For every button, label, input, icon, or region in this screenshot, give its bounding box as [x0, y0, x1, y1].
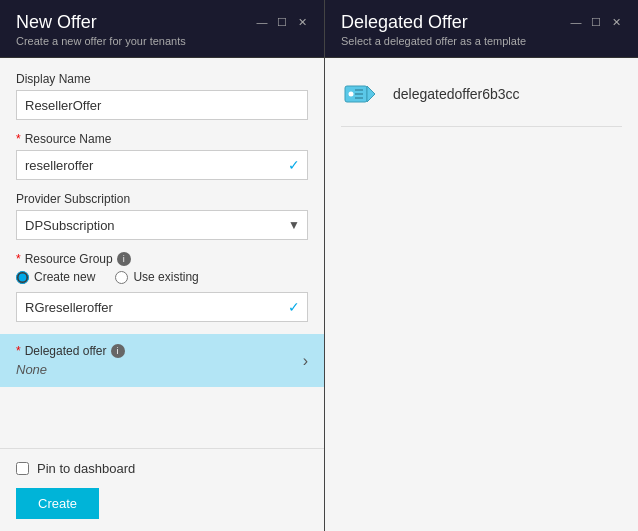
provider-subscription-select[interactable]: DPSubscription: [16, 210, 308, 240]
delegated-offer-content: * Delegated offer i None: [16, 344, 125, 377]
pin-to-dashboard-row: Pin to dashboard: [16, 461, 308, 476]
delegated-offer-label: * Delegated offer i: [16, 344, 125, 358]
offer-tag-svg: [343, 76, 379, 112]
left-panel-title-row: New Offer — ☐ ✕: [16, 12, 308, 33]
right-panel-title-row: Delegated Offer — ☐ ✕: [341, 12, 622, 33]
right-panel-header: Delegated Offer — ☐ ✕ Select a delegated…: [325, 0, 638, 58]
delegated-offer-required: *: [16, 344, 21, 358]
right-panel-body: delegatedoffer6b3cc: [325, 58, 638, 531]
provider-subscription-label: Provider Subscription: [16, 192, 308, 206]
svg-marker-1: [367, 86, 375, 102]
display-name-input-wrapper: [16, 90, 308, 120]
resource-group-radio-group: Create new Use existing: [16, 270, 308, 284]
use-existing-radio[interactable]: [115, 271, 128, 284]
resource-name-group: * Resource Name ✓: [16, 132, 308, 180]
resource-group-input[interactable]: [16, 292, 308, 322]
use-existing-radio-label[interactable]: Use existing: [115, 270, 198, 284]
pin-to-dashboard-checkbox[interactable]: [16, 462, 29, 475]
right-maximize-button[interactable]: ☐: [590, 17, 602, 29]
right-panel-subtitle: Select a delegated offer as a template: [341, 35, 622, 47]
resource-name-check-icon: ✓: [288, 157, 300, 173]
left-minimize-button[interactable]: —: [256, 17, 268, 29]
resource-group-group: * Resource Group i Create new Use existi…: [16, 252, 308, 322]
resource-name-required: *: [16, 132, 21, 146]
offer-name: delegatedoffer6b3cc: [393, 86, 520, 102]
resource-name-label: * Resource Name: [16, 132, 308, 146]
resource-name-input[interactable]: [16, 150, 308, 180]
resource-group-label: * Resource Group i: [16, 252, 308, 266]
delegated-offer-chevron-icon: ›: [303, 352, 308, 370]
resource-group-check-icon: ✓: [288, 299, 300, 315]
create-new-radio-label[interactable]: Create new: [16, 270, 95, 284]
display-name-input[interactable]: [16, 90, 308, 120]
create-new-radio[interactable]: [16, 271, 29, 284]
create-button[interactable]: Create: [16, 488, 99, 519]
left-panel-footer: Pin to dashboard Create: [0, 448, 324, 531]
right-window-controls: — ☐ ✕: [570, 17, 622, 29]
left-window-controls: — ☐ ✕: [256, 17, 308, 29]
delegated-offer-section[interactable]: * Delegated offer i None ›: [0, 334, 324, 387]
left-panel-subtitle: Create a new offer for your tenants: [16, 35, 308, 47]
delegated-offer-value: None: [16, 362, 125, 377]
resource-group-input-wrapper: ✓: [16, 292, 308, 322]
display-name-group: Display Name: [16, 72, 308, 120]
new-offer-panel: New Offer — ☐ ✕ Create a new offer for y…: [0, 0, 325, 531]
resource-group-required: *: [16, 252, 21, 266]
use-existing-label: Use existing: [133, 270, 198, 284]
provider-subscription-group: Provider Subscription DPSubscription ▼: [16, 192, 308, 240]
provider-subscription-select-wrapper: DPSubscription ▼: [16, 210, 308, 240]
svg-point-2: [349, 92, 354, 97]
offer-icon: [341, 74, 381, 114]
offer-list-item[interactable]: delegatedoffer6b3cc: [341, 74, 622, 127]
right-close-button[interactable]: ✕: [610, 17, 622, 29]
right-panel-title: Delegated Offer: [341, 12, 468, 33]
display-name-label: Display Name: [16, 72, 308, 86]
delegated-offer-info-icon[interactable]: i: [111, 344, 125, 358]
left-close-button[interactable]: ✕: [296, 17, 308, 29]
left-panel-header: New Offer — ☐ ✕ Create a new offer for y…: [0, 0, 324, 58]
resource-group-info-icon[interactable]: i: [117, 252, 131, 266]
left-panel-body: Display Name * Resource Name ✓ Provider …: [0, 58, 324, 448]
create-new-label: Create new: [34, 270, 95, 284]
resource-name-input-wrapper: ✓: [16, 150, 308, 180]
pin-to-dashboard-label: Pin to dashboard: [37, 461, 135, 476]
left-maximize-button[interactable]: ☐: [276, 17, 288, 29]
left-panel-title: New Offer: [16, 12, 97, 33]
delegated-offer-panel: Delegated Offer — ☐ ✕ Select a delegated…: [325, 0, 638, 531]
right-minimize-button[interactable]: —: [570, 17, 582, 29]
